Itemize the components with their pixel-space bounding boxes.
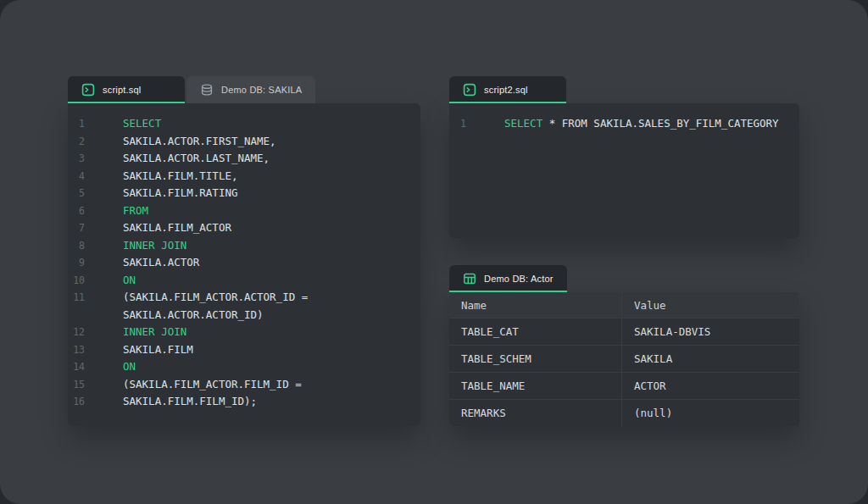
code-line: 13SAKILA.FILM [73,341,420,359]
table-row[interactable]: REMARKS(null) [449,399,799,426]
code-text: SAKILA.ACTOR.LAST_NAME, [123,150,270,168]
script-icon [81,83,95,97]
sql-text: SAKILA.FILM [123,343,193,356]
code-line: 15(SAKILA.FILM_ACTOR.FILM_ID = [73,376,420,394]
cell-value: ACTOR [621,373,799,399]
tab-label: Demo DB: Actor [484,274,554,284]
sql-keyword: ON [123,360,136,373]
cell-value: SAKILA-DBVIS [621,318,799,345]
tab-script-sql[interactable]: script.sql [68,76,185,103]
line-number: 14 [73,358,85,376]
sql-text: SAKILA.FILM.RATING [123,186,237,199]
sql-keyword: INNER JOIN [123,325,186,338]
code-text: ON [123,358,136,376]
code-text: SAKILA.FILM_ACTOR [123,219,231,237]
code-text: SAKILA.ACTOR.ACTOR_ID) [123,307,264,324]
tab-label: Demo DB: SAKILA [221,85,302,95]
code-text: SAKILA.FILM.FILM_ID); [123,393,257,411]
tab-script2-sql[interactable]: script2.sql [449,76,566,103]
line-number: 13 [73,341,85,359]
code-line: 1SELECT [73,115,420,133]
cell-name: TABLE_SCHEM [449,352,621,365]
table-icon [463,272,476,285]
code-line: SAKILA.ACTOR.ACTOR_ID) [73,307,420,324]
sql-text: * FROM SAKILA.SALES_BY_FILM_CATEGORY [542,117,778,130]
tabbar-right: script2.sql [449,76,799,103]
code-text: SAKILA.ACTOR [123,254,199,272]
code-line: 7SAKILA.FILM_ACTOR [73,219,420,237]
line-number: 3 [73,150,85,168]
sql-keyword: FROM [123,204,148,217]
code-text: FROM [123,202,148,220]
script-icon [463,83,476,97]
code-line: 5SAKILA.FILM.RATING [73,185,420,202]
code-text: SAKILA.FILM.RATING [123,185,237,202]
line-number: 11 [73,289,85,307]
code-text: INNER JOIN [123,324,186,341]
code-text: SELECT [123,115,161,133]
result-grid-panel: Demo DB: Actor Name Value TABLE_CATSAKIL… [449,265,799,426]
editor-panel-right: script2.sql 1SELECT * FROM SAKILA.SALES_… [449,76,799,238]
code-line: 1SELECT * FROM SAKILA.SALES_BY_FILM_CATE… [454,115,799,133]
sql-text: SAKILA.FILM.TITLE, [123,169,237,182]
line-number: 1 [73,115,85,133]
line-number: 5 [73,185,85,202]
code-line: 8INNER JOIN [73,237,420,255]
tab-demo-db-actor[interactable]: Demo DB: Actor [449,265,567,292]
table-body: TABLE_CATSAKILA-DBVISTABLE_SCHEMSAKILATA… [449,318,799,426]
code-line: 9SAKILA.ACTOR [73,254,420,272]
tab-label: script2.sql [484,85,528,95]
table-row[interactable]: TABLE_CATSAKILA-DBVIS [449,318,799,345]
column-header-value[interactable]: Value [621,292,799,318]
table-header-row: Name Value [449,292,799,318]
line-number: 12 [73,324,85,341]
properties-table: Name Value TABLE_CATSAKILA-DBVISTABLE_SC… [449,292,799,426]
table-row[interactable]: TABLE_SCHEMSAKILA [449,345,799,372]
code-line: 2SAKILA.ACTOR.FIRST_NAME, [73,133,420,151]
sql-editor-right[interactable]: 1SELECT * FROM SAKILA.SALES_BY_FILM_CATE… [449,103,799,238]
line-number: 10 [73,272,85,290]
sql-editor-left[interactable]: 1SELECT2SAKILA.ACTOR.FIRST_NAME,3SAKILA.… [68,103,420,426]
code-line: 14ON [73,358,420,376]
tab-label: script.sql [103,85,141,95]
cell-name: TABLE_CAT [449,325,621,338]
sql-keyword: INNER JOIN [123,239,186,252]
cell-name: REMARKS [449,407,621,419]
code-line: 3SAKILA.ACTOR.LAST_NAME, [73,150,420,168]
line-number: 1 [454,115,466,133]
code-text: SAKILA.FILM [123,341,193,359]
sql-text: SAKILA.FILM_ACTOR [123,221,231,234]
cell-name: TABLE_NAME [449,379,621,392]
line-number: 7 [73,219,85,237]
line-number: 8 [73,237,85,255]
tab-demo-db-sakila[interactable]: Demo DB: SAKILA [186,76,315,103]
code-line: 11(SAKILA.FILM_ACTOR.ACTOR_ID = [73,289,420,307]
line-number: 15 [73,376,85,394]
code-text: ON [123,272,136,290]
sql-text: SAKILA.FILM.FILM_ID); [123,395,257,407]
code-text: (SAKILA.FILM_ACTOR.ACTOR_ID = [123,289,308,307]
sql-text: SAKILA.ACTOR [123,256,199,269]
code-line: 16SAKILA.FILM.FILM_ID); [73,393,420,411]
editor-panel-left: script.sql Demo DB: SAKILA 1SELECT2SAKIL… [68,76,420,426]
code-text: (SAKILA.FILM_ACTOR.FILM_ID = [123,376,302,394]
line-number: 9 [73,254,85,272]
cell-value: (null) [621,400,799,426]
line-number: 16 [73,393,85,411]
code-text: SELECT * FROM SAKILA.SALES_BY_FILM_CATEG… [504,115,779,133]
app-background: script.sql Demo DB: SAKILA 1SELECT2SAKIL… [0,0,868,504]
code-text: INNER JOIN [123,237,186,255]
line-number: 2 [73,133,85,151]
sql-text: (SAKILA.FILM_ACTOR.FILM_ID = [123,378,302,390]
code-line: 12INNER JOIN [73,324,420,341]
table-row[interactable]: TABLE_NAMEACTOR [449,372,799,399]
sql-text: SAKILA.ACTOR.FIRST_NAME, [123,135,276,147]
column-header-name[interactable]: Name [449,299,621,312]
cell-value: SAKILA [621,346,799,372]
code-line: 6FROM [73,202,420,220]
line-number: 4 [73,168,85,186]
line-number [73,307,85,324]
sql-text: SAKILA.ACTOR.ACTOR_ID) [123,308,264,321]
tabbar-left: script.sql Demo DB: SAKILA [68,76,420,103]
code-text: SAKILA.ACTOR.FIRST_NAME, [123,133,276,151]
